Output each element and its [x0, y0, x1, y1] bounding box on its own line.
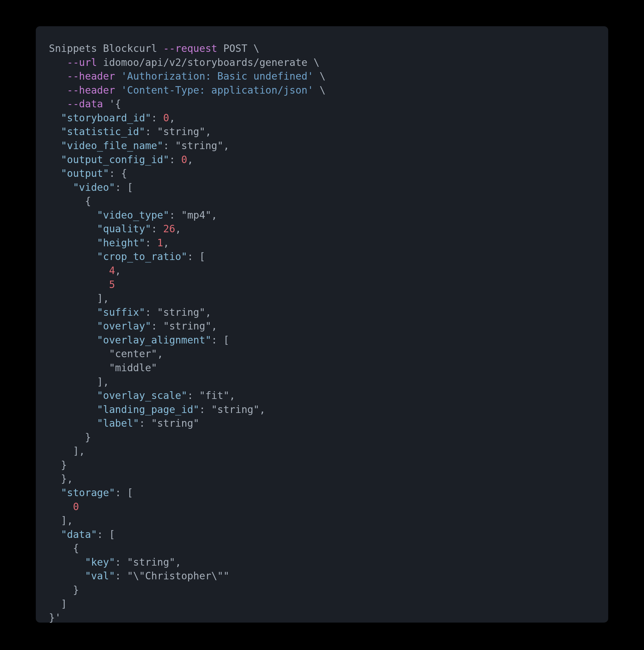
json-number: 0 [73, 501, 79, 512]
line-continuation: \ [320, 70, 326, 82]
json-string: "\"Christopher\"" [127, 570, 229, 582]
json-number: 5 [109, 279, 115, 290]
json-key: "quality" [97, 223, 151, 234]
code-block: Snippets Blockcurl --request POST \ --ur… [36, 26, 608, 622]
json-key: "statistic_id" [61, 126, 145, 138]
header-auth: 'Authorization: Basic undefined' [121, 70, 313, 82]
json-key: "key" [85, 556, 115, 568]
flag-request-value: POST [223, 43, 247, 54]
line-continuation: \ [313, 57, 319, 68]
data-close: }' [49, 612, 61, 623]
json-key: "val" [85, 570, 115, 582]
json-number: 0 [181, 154, 187, 166]
json-string: "string" [211, 404, 259, 416]
json-string: "fit" [199, 390, 229, 401]
line-continuation: \ [253, 43, 259, 54]
json-key: "video_file_name" [61, 140, 163, 151]
json-string: "string" [151, 418, 199, 429]
header-content-type: 'Content-Type: application/json' [121, 84, 313, 96]
snippets-prefix: Snippets Block [49, 43, 133, 54]
json-string: "middle" [109, 362, 157, 373]
json-number: 1 [157, 237, 163, 249]
json-key: "output" [61, 168, 109, 179]
json-key: "crop_to_ratio" [97, 251, 187, 262]
json-key: "overlay_scale" [97, 390, 187, 401]
line-continuation: \ [320, 84, 326, 96]
json-key: "landing_page_id" [97, 404, 199, 416]
json-key: "storyboard_id" [61, 112, 151, 124]
json-key: "video" [73, 182, 115, 193]
json-key: "output_config_id" [61, 154, 169, 166]
flag-url-value: idomoo/api/v2/storyboards/generate [103, 57, 308, 68]
json-string: "string" [157, 306, 205, 318]
json-key: "suffix" [97, 306, 145, 318]
json-key: "overlay_alignment" [97, 334, 211, 346]
data-open: '{ [109, 98, 121, 110]
json-string: "string" [175, 140, 223, 151]
json-key: "overlay" [97, 320, 151, 332]
flag-url: --url [67, 57, 97, 68]
json-key: "data" [61, 529, 97, 540]
json-string: "string" [127, 556, 175, 568]
json-key: "label" [97, 418, 139, 429]
json-number: 0 [163, 112, 169, 124]
json-key: "storage" [61, 487, 115, 499]
json-string: "center" [109, 348, 157, 360]
json-number: 4 [109, 265, 115, 277]
curl-cmd: curl [133, 43, 157, 54]
json-string: "string" [163, 320, 211, 332]
json-string: "mp4" [181, 209, 211, 221]
json-key: "height" [97, 237, 145, 249]
json-key: "video_type" [97, 209, 169, 221]
flag-header: --header [67, 70, 115, 82]
flag-request: --request [163, 43, 217, 54]
flag-data: --data [67, 98, 103, 110]
flag-header: --header [67, 84, 115, 96]
code-content: Snippets Blockcurl --request POST \ --ur… [49, 42, 595, 625]
json-number: 26 [163, 223, 175, 234]
json-string: "string" [157, 126, 205, 138]
